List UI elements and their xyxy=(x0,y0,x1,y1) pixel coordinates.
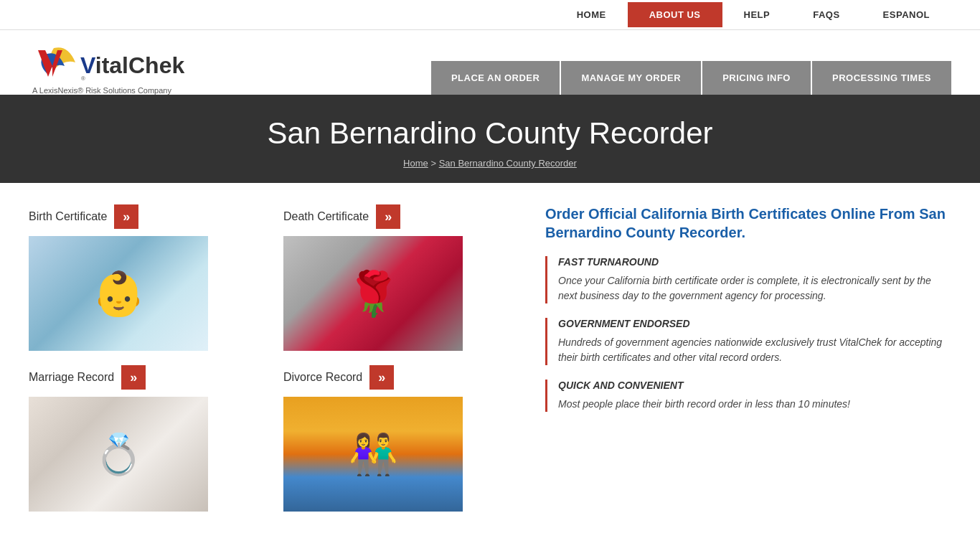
info-title-turnaround: FAST TURNAROUND xyxy=(558,256,951,268)
divorce-record-button[interactable]: » xyxy=(369,365,394,390)
main-content: Birth Certificate » Death Certificate » … xyxy=(0,183,980,533)
info-block-endorsed: GOVERNMENT ENDORSED Hundreds of governme… xyxy=(545,318,951,365)
breadcrumb: Home > San Bernardino County Recorder xyxy=(14,158,966,169)
breadcrumb-current[interactable]: San Bernardino County Recorder xyxy=(439,158,577,169)
info-heading: Order Official California Birth Certific… xyxy=(545,204,951,242)
info-text-endorsed: Hundreds of government agencies nationwi… xyxy=(558,335,951,365)
breadcrumb-home[interactable]: Home xyxy=(403,158,428,169)
nav-espanol[interactable]: ESPANOL xyxy=(862,9,951,20)
place-order-button[interactable]: PLACE AN ORDER xyxy=(431,61,560,95)
death-certificate-image[interactable] xyxy=(283,236,463,351)
divorce-record-label: Divorce Record xyxy=(283,371,362,384)
hero-section: San Bernardino County Recorder Home > Sa… xyxy=(0,95,980,183)
logo-tagline: A LexisNexis® Risk Solutions Company xyxy=(32,86,194,95)
svg-text:VitalChek: VitalChek xyxy=(80,52,184,78)
marriage-record-button[interactable]: » xyxy=(121,365,146,390)
divorce-record-image[interactable] xyxy=(283,397,463,512)
processing-times-button[interactable]: PROCESSING TIMES xyxy=(812,61,951,95)
marriage-record-item: Marriage Record » xyxy=(29,365,262,512)
pricing-info-button[interactable]: PRICING INFO xyxy=(702,61,811,95)
nav-home[interactable]: HOME xyxy=(555,9,628,20)
death-certificate-label: Death Certificate xyxy=(283,210,369,223)
nav-help[interactable]: HELP xyxy=(722,9,792,20)
info-block-convenient: QUICK AND CONVENIENT Most people place t… xyxy=(545,380,951,412)
info-text-turnaround: Once your California birth certificate o… xyxy=(558,273,951,303)
page-title: San Bernardino County Recorder xyxy=(14,116,966,151)
marriage-record-image[interactable] xyxy=(29,397,208,512)
birth-certificate-label: Birth Certificate xyxy=(29,210,107,223)
death-certificate-item: Death Certificate » xyxy=(283,204,517,351)
marriage-record-label: Marriage Record xyxy=(29,371,114,384)
info-title-endorsed: GOVERNMENT ENDORSED xyxy=(558,318,951,329)
sub-navigation: PLACE AN ORDER MANAGE MY ORDER PRICING I… xyxy=(431,61,951,95)
svg-text:®: ® xyxy=(81,75,85,82)
death-certificate-button[interactable]: » xyxy=(376,204,400,229)
certificate-grid: Birth Certificate » Death Certificate » … xyxy=(29,204,517,512)
top-navigation: HOME ABOUT US HELP FAQs ESPANOL xyxy=(0,0,980,30)
site-logo[interactable]: VitalChek ® A LexisNexis® Risk Solutions… xyxy=(29,41,194,95)
nav-about[interactable]: ABOUT US xyxy=(628,2,722,27)
info-panel: Order Official California Birth Certific… xyxy=(545,204,951,512)
info-block-turnaround: FAST TURNAROUND Once your California bir… xyxy=(545,256,951,303)
birth-certificate-image[interactable] xyxy=(29,236,208,351)
breadcrumb-separator: > xyxy=(430,158,436,169)
info-title-convenient: QUICK AND CONVENIENT xyxy=(558,380,951,391)
divorce-record-item: Divorce Record » xyxy=(283,365,517,512)
info-text-convenient: Most people place their birth record ord… xyxy=(558,397,951,412)
birth-certificate-button[interactable]: » xyxy=(114,204,138,229)
header: VitalChek ® A LexisNexis® Risk Solutions… xyxy=(0,30,980,95)
birth-certificate-item: Birth Certificate » xyxy=(29,204,262,351)
manage-order-button[interactable]: MANAGE MY ORDER xyxy=(561,61,701,95)
nav-faqs[interactable]: FAQs xyxy=(791,9,861,20)
